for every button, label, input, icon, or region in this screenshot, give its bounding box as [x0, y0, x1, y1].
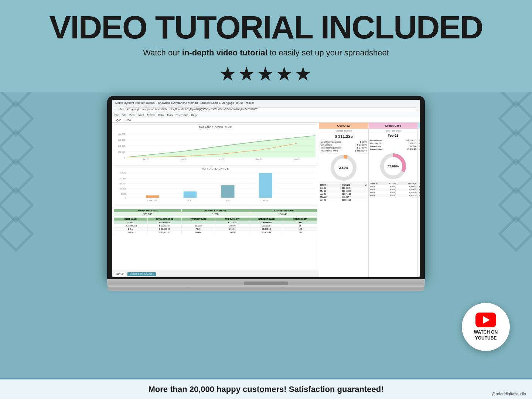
panels-grid: Overview Current Balance $ 311,225 Month… [319, 123, 420, 277]
svg-text:Jan-25: Jan-25 [143, 158, 149, 160]
laptop-container: Debt Payment Tracker Tutorial - Snowball… [0, 96, 532, 291]
svg-text:100,000: 100,000 [120, 188, 126, 190]
overview-panel: Overview Current Balance $ 311,225 Month… [319, 123, 369, 277]
th-rate: INTEREST RATE [182, 218, 216, 221]
ss-content: BALANCE OVER TIME [112, 123, 420, 277]
car-subheader: Debt Free Date [418, 129, 420, 133]
ss-url-bar: ←→↻ docs.google.com/spreadsheets/d/1uLn9… [112, 106, 420, 112]
cc-row-1: Min. Payment $ 100.00 [370, 142, 416, 145]
cc-row-2: Interest rate 10.00% [370, 145, 416, 148]
overview-row-2: Total monthly payment $ 1,700.00 [321, 146, 367, 149]
cc-data-table: PAYMENTINTERESTBALANCE $50.00$2.059,846.… [369, 181, 418, 198]
subtitle-bold: in-depth video tutorial [182, 48, 267, 57]
val-monthly: 1,700 [182, 212, 250, 216]
cc-row-3: Interest owed $ 2,910.91 [370, 148, 416, 151]
ss-left-panel: BALANCE OVER TIME [112, 123, 319, 277]
ov-tbl-header: MONTHBALANCE+/- [320, 184, 368, 187]
summary-values: 320,000 1,700 Oct-48 [114, 212, 317, 216]
overview-row-0: Monthly extra payment $ 50.00 [321, 140, 367, 143]
youtube-icon [475, 313, 496, 327]
svg-text:50,000: 50,000 [121, 193, 126, 195]
ss-menu-bar: File Edit View Insert Format Data Tools … [112, 112, 420, 118]
subtitle-prefix: Watch our [143, 48, 182, 57]
ov-tbl-row-2: Mar-22319,193.00 [320, 190, 368, 192]
svg-rect-29 [184, 191, 197, 198]
menu-view: View [129, 114, 134, 116]
initial-balance-title: INITIAL BALANCE [116, 167, 316, 170]
car-rows: Initial balance $ 25,000.0 Min. Payment … [418, 138, 420, 151]
debt-row-2: 2 Car $ 25,000.00 7.00% 250.00 10,899.48… [114, 228, 317, 231]
car-row-1: Min. Payment $ 250.0 [419, 142, 420, 145]
col-initial-balance: INITIAL BALANCE [114, 209, 182, 212]
th-interest: INTEREST OWED [249, 218, 283, 221]
ss-titlebar: Debt Payment Tracker Tutorial - Snowball… [112, 100, 420, 106]
chart-section: BALANCE OVER TIME [112, 123, 319, 208]
balance-chart-area: 400,000 300,000 200,000 100,000 0 [116, 130, 316, 161]
svg-text:Boat: Boat [226, 200, 230, 202]
overview-row-1: Min payment $ 1,650.00 [321, 143, 367, 146]
ss-url: docs.google.com/spreadsheets/d/1uLn9cqjB… [123, 107, 417, 111]
overview-data-table: MONTHBALANCE+/- Feb-22319,900.04 Mar-223… [319, 183, 368, 202]
svg-text:200,000: 200,000 [118, 145, 125, 147]
svg-text:250,000: 250,000 [120, 173, 126, 174]
subtitle-suffix: to easily set up your spreadsheet [267, 48, 389, 57]
laptop-screen: Debt Payment Tracker Tutorial - Snowball… [112, 100, 420, 277]
stars: ★★★★★ [7, 63, 525, 85]
laptop: Debt Payment Tracker Tutorial - Snowball… [107, 96, 425, 291]
th-months: MONTHS LEFT [283, 218, 317, 221]
spreadsheet: Debt Payment Tracker Tutorial - Snowball… [112, 100, 420, 277]
initial-balance-chart: INITIAL BALANCE [114, 166, 317, 205]
menu-data: Data [158, 114, 164, 116]
ss-right-panel: Overview Current Balance $ 311,225 Month… [319, 123, 420, 277]
svg-rect-28 [146, 195, 159, 198]
val-payoff: Oct-48 [249, 212, 317, 216]
laptop-foot [107, 287, 425, 291]
menu-file: File [115, 114, 119, 116]
overview-row-3: Total interest owed $ 226,800.98 [321, 149, 367, 152]
menu-edit: Edit [122, 114, 126, 116]
menu-tools: Tools [167, 114, 173, 116]
svg-text:Jan-45: Jan-45 [294, 158, 300, 160]
credit-card-header: Credit Card [369, 123, 418, 129]
svg-text:400,000: 400,000 [118, 133, 125, 135]
laptop-base [107, 279, 425, 287]
overview-balance: $ 311,225 [319, 133, 368, 140]
initial-balance-area: 250,000 200,000 150,000 100,000 50,000 0 [116, 171, 316, 202]
svg-text:0: 0 [124, 156, 125, 158]
overview-subheader: Current Balance [319, 129, 368, 133]
bottom-text: More than 20,000 happy customers! Satisf… [149, 385, 384, 394]
balance-chart-svg: 400,000 300,000 200,000 100,000 0 [116, 130, 316, 161]
svg-text:0: 0 [125, 197, 126, 199]
credit-card-rows: Initial balance $ 10,000.00 Min. Payment… [369, 138, 418, 151]
laptop-screen-outer: Debt Payment Tracker Tutorial - Snowball… [107, 96, 425, 279]
svg-text:100,000: 100,000 [118, 151, 125, 153]
cc-pct: 32.69% [388, 164, 399, 168]
youtube-button[interactable]: WATCH ONYOUTUBE [462, 303, 510, 351]
tab-setup[interactable]: SETUP [114, 272, 126, 276]
bottom-credit: @prioridigitalstudio [491, 392, 526, 396]
overview-rows: Monthly extra payment $ 50.00 Min paymen… [319, 140, 368, 153]
th-name: DEBT NAME [114, 218, 148, 221]
cc-donut: 32.69% [369, 151, 418, 181]
svg-text:House: House [263, 200, 268, 202]
ov-tbl-row-5: Jun-22317,543.29 [320, 198, 368, 201]
menu-help: Help [191, 114, 196, 116]
val-initial-balance: 320,000 [114, 212, 182, 216]
cc-row-0: Initial balance $ 10,000.00 [370, 139, 416, 142]
col-payoff: DEBT PAID OFF ON [249, 209, 317, 212]
svg-text:Car: Car [188, 200, 191, 202]
car-date: Oct-31 [418, 133, 420, 138]
car-panel: Car Debt Free Date Oct-31 Initial balanc… [418, 123, 420, 277]
svg-text:200,000: 200,000 [120, 178, 126, 180]
ov-tbl-row-4: May-22317,937.40 [320, 195, 368, 198]
car-row-3: Interest owed $ 10,899.4 [419, 148, 420, 151]
svg-rect-30 [221, 185, 235, 198]
ss-title: Debt Payment Tracker Tutorial - Snowball… [115, 101, 417, 105]
formula-value: -100 [126, 119, 131, 122]
car-data-table: PAYMENTINTERESTBALANCE $250.00$0.0024,84… [418, 181, 420, 198]
car-row-0: Initial balance $ 25,000.0 [419, 139, 420, 142]
sheet-tabs: SETUP ♦ DEBT DASHBOARD ♦ [112, 270, 319, 277]
tab-debt-dashboard[interactable]: ♦ DEBT DASHBOARD ♦ [127, 272, 156, 276]
car-header: Car [418, 123, 420, 129]
overview-donut: 2.62% [319, 153, 368, 183]
